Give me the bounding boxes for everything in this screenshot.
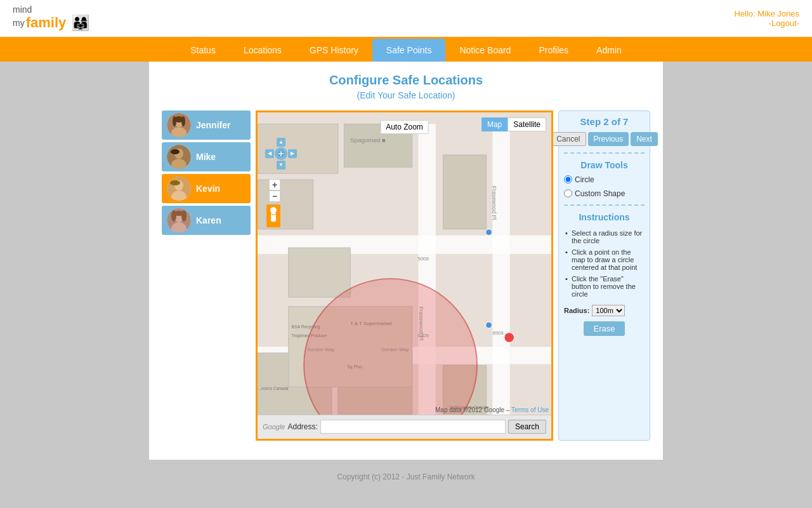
- svg-text:6509: 6509: [492, 330, 503, 335]
- nav-down-button[interactable]: ▼: [277, 161, 285, 170]
- radius-label: Radius:: [564, 307, 589, 314]
- navigation: Status Locations GPS History Safe Points…: [0, 39, 812, 62]
- step-buttons: Cancel Previous Next: [564, 132, 645, 146]
- header: mind my family 👨‍👩‍👧 Hello: Mike Jones -…: [0, 0, 812, 39]
- family-icon: 👨‍👩‍👧: [71, 15, 90, 31]
- next-button[interactable]: Next: [631, 132, 658, 146]
- svg-text:Frasewood Pl: Frasewood Pl: [491, 185, 497, 220]
- map-svg: Frasewood Pl Frasewood Pl Gordon Way Gor…: [258, 112, 551, 439]
- radius-select[interactable]: 50m 100m 200m 500m 1km: [592, 305, 625, 316]
- svg-point-55: [270, 207, 277, 213]
- logo-my: my: [13, 18, 25, 28]
- address-input[interactable]: [320, 420, 506, 434]
- instructions-title: Instructions: [564, 212, 645, 222]
- main-layout: Jennifer Mike: [162, 110, 650, 441]
- radius-row: Radius: 50m 100m 200m 500m 1km: [564, 305, 645, 316]
- svg-rect-29: [289, 248, 350, 297]
- member-mike[interactable]: Mike: [162, 142, 251, 171]
- svg-text:6409: 6409: [417, 333, 428, 338]
- map-type-buttons: Map Satellite: [481, 117, 546, 131]
- content-wrapper: Configure Safe Locations (Edit Your Safe…: [149, 62, 663, 460]
- member-kevin[interactable]: Kevin: [162, 174, 251, 203]
- map-container[interactable]: Frasewood Pl Frasewood Pl Gordon Way Gor…: [256, 110, 553, 441]
- logo-mind: mind: [13, 4, 32, 15]
- draw-tools-title: Draw Tools: [564, 160, 645, 170]
- footer-text: Copyright (c) 2012 - Just Family Network: [337, 472, 475, 481]
- zoom-in-button[interactable]: +: [269, 179, 280, 190]
- side-panel: Step 2 of 7 Cancel Previous Next Draw To…: [558, 110, 650, 441]
- instructions-list: Select a radius size for the circle Clic…: [564, 227, 645, 300]
- map-data-text: Map data ©2012 Google –: [435, 406, 509, 413]
- nav-left-button[interactable]: ◀: [265, 149, 274, 158]
- kevin-avatar: [167, 177, 191, 201]
- circle-label: Circle: [575, 175, 594, 184]
- page-title: Configure Safe Locations: [162, 73, 650, 88]
- jennifer-avatar: [167, 113, 191, 137]
- instruction-3: Click the "Erase" button to remove the c…: [564, 273, 645, 300]
- google-logo: Google: [263, 423, 285, 431]
- divider-2: [564, 204, 645, 206]
- erase-button[interactable]: Erase: [584, 321, 625, 336]
- street-view-button[interactable]: [266, 204, 280, 227]
- custom-shape-radio[interactable]: [564, 189, 572, 197]
- member-jennifer[interactable]: Jennifer: [162, 110, 251, 140]
- nav-cross: ▲ ◀ ▶ ▼: [265, 138, 297, 170]
- user-info: Hello: Mike Jones -Logout-: [734, 9, 799, 28]
- nav-admin[interactable]: Admin: [582, 39, 636, 62]
- address-bar: Google Address: Search: [258, 415, 551, 439]
- mike-name: Mike: [196, 152, 216, 162]
- nav-safe-points[interactable]: Safe Points: [372, 39, 446, 62]
- karen-name: Karen: [196, 215, 221, 225]
- nav-status[interactable]: Status: [176, 39, 230, 62]
- previous-button[interactable]: Previous: [588, 132, 629, 146]
- svg-rect-24: [492, 124, 509, 427]
- auto-zoom-button[interactable]: Auto Zoom: [380, 120, 429, 134]
- address-label: Address:: [287, 422, 317, 431]
- svg-rect-56: [271, 213, 276, 222]
- map-footer: Map data ©2012 Google – Terms of Use: [435, 406, 549, 413]
- custom-shape-label: Custom Shape: [575, 189, 625, 198]
- svg-point-47: [504, 332, 514, 342]
- svg-text:Spagomed ■: Spagomed ■: [350, 137, 386, 144]
- zoom-out-button[interactable]: −: [269, 190, 280, 202]
- divider-1: [564, 152, 645, 154]
- cancel-button[interactable]: Cancel: [551, 132, 586, 146]
- svg-text:5008: 5008: [417, 255, 428, 261]
- svg-point-46: [486, 322, 492, 328]
- nav-up-button[interactable]: ▲: [277, 138, 285, 147]
- mike-avatar: [167, 145, 191, 169]
- logo: mind my family 👨‍👩‍👧: [13, 5, 90, 32]
- user-greeting: Hello: Mike Jones: [734, 9, 799, 18]
- step-header: Step 2 of 7: [564, 116, 645, 127]
- terms-link[interactable]: Terms of Use: [511, 406, 549, 413]
- member-karen[interactable]: Karen: [162, 206, 251, 235]
- map-type-satellite[interactable]: Satellite: [508, 117, 546, 131]
- svg-point-9: [171, 149, 180, 154]
- svg-point-5: [174, 116, 183, 123]
- nav-gps-history[interactable]: GPS History: [296, 39, 372, 62]
- nav-center[interactable]: [275, 147, 287, 160]
- karen-avatar: [167, 208, 191, 232]
- logo-family: family: [26, 15, 67, 30]
- svg-text:...ocera Canada: ...ocera Canada: [258, 386, 289, 391]
- footer: Copyright (c) 2012 - Just Family Network: [0, 460, 812, 494]
- page-subtitle: (Edit Your Safe Location): [162, 90, 650, 100]
- svg-rect-28: [443, 155, 486, 229]
- nav-notice-board[interactable]: Notice Board: [445, 39, 525, 62]
- nav-locations[interactable]: Locations: [230, 39, 296, 62]
- custom-shape-option[interactable]: Custom Shape: [564, 189, 645, 198]
- circle-option[interactable]: Circle: [564, 175, 645, 184]
- members-list: Jennifer Mike: [162, 110, 251, 441]
- jennifer-name: Jennifer: [196, 120, 230, 130]
- search-button[interactable]: Search: [508, 420, 546, 434]
- nav-profiles[interactable]: Profiles: [525, 39, 582, 62]
- svg-point-19: [174, 211, 184, 216]
- nav-right-button[interactable]: ▶: [288, 149, 297, 158]
- kevin-name: Kevin: [196, 184, 220, 194]
- instruction-1: Select a radius size for the circle: [564, 227, 645, 246]
- logout-link[interactable]: -Logout-: [769, 18, 799, 28]
- map-zoom-controls: + −: [269, 179, 280, 202]
- svg-point-13: [170, 180, 180, 185]
- map-type-map[interactable]: Map: [481, 117, 508, 131]
- circle-radio[interactable]: [564, 175, 572, 184]
